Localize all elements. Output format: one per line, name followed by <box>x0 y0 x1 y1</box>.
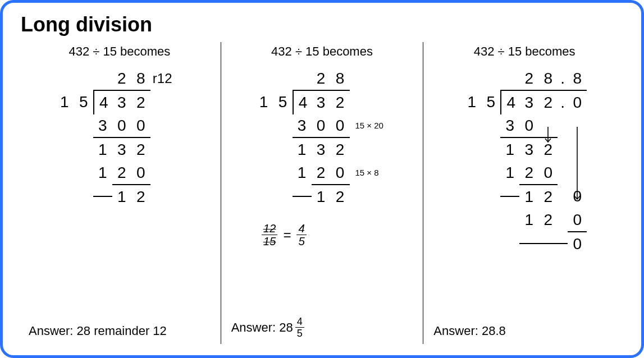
long-division-1: 2 8 r12 1 5 4 3 2 3 0 0 <box>25 67 214 208</box>
work-digit: 3 <box>93 114 112 137</box>
work-digit: 3 <box>312 137 331 162</box>
work-digit: 3 <box>519 137 538 162</box>
dividend-digit: 4 <box>500 90 520 114</box>
work-digit: 2 <box>112 161 131 185</box>
work-digit: 1 <box>500 161 519 185</box>
work-digit: 1 <box>519 208 538 232</box>
remainder-label: r12 <box>150 68 184 89</box>
side-annotation: 15 × 20 <box>350 120 391 132</box>
divisor-digit: 5 <box>273 90 293 114</box>
work-digit: 0 <box>112 114 131 137</box>
dividend-digit: 3 <box>519 90 538 114</box>
work-digit: 0 <box>519 114 538 137</box>
work-digit: 2 <box>538 208 558 232</box>
work-digit: 2 <box>331 184 350 209</box>
dividend-digit: 2 <box>331 90 350 114</box>
work-digit: 3 <box>500 114 519 137</box>
divisor-digit: 5 <box>481 90 500 114</box>
quotient-digit: 2 <box>312 67 331 90</box>
work-digit: 1 <box>312 184 331 209</box>
problem-statement: 432 ÷ 15 becomes <box>228 44 417 59</box>
work-digit: 1 <box>293 161 312 185</box>
work-digit: 2 <box>131 137 150 162</box>
quotient-digit: 8 <box>538 67 558 90</box>
columns: 432 ÷ 15 becomes 2 8 r12 1 5 4 3 2 <box>19 42 625 344</box>
quotient-digit: 8 <box>131 67 150 90</box>
equals-sign: = <box>283 227 291 243</box>
work-digit: 0 <box>331 161 350 185</box>
problem-statement: 432 ÷ 15 becomes <box>25 44 214 59</box>
work-digit: 0 <box>568 185 587 208</box>
dividend-digit: 2 <box>538 90 558 114</box>
work-digit: 2 <box>519 161 538 185</box>
column-remainder: 432 ÷ 15 becomes 2 8 r12 1 5 4 3 2 <box>19 42 221 344</box>
quotient-digit: 8 <box>568 67 587 90</box>
fraction-simplification: 12 15 = 4 5 <box>262 223 417 247</box>
work-digit: 0 <box>538 161 558 185</box>
work-digit: 3 <box>112 137 131 162</box>
work-digit: 1 <box>519 184 538 209</box>
divisor-digit: 1 <box>254 90 273 114</box>
dividend-digit: 4 <box>293 90 313 114</box>
work-digit: 2 <box>538 184 558 209</box>
column-decimal: 432 ÷ 15 becomes 2 8 . 8 1 5 4 3 2 . 0 <box>423 42 625 344</box>
fraction-after: 4 5 <box>296 223 306 247</box>
answer-text: Answer: 28 remainder 12 <box>29 324 167 338</box>
quotient-digit: 8 <box>331 67 350 90</box>
work-digit: 2 <box>131 184 150 209</box>
work-digit: 0 <box>568 231 587 256</box>
work-digit: 1 <box>500 137 519 162</box>
work-digit: 1 <box>93 161 112 185</box>
long-division-2: 2 8 1 5 4 3 2 3 0 0 15 × 20 <box>228 67 417 208</box>
page-title: Long division <box>21 13 625 36</box>
work-digit: 0 <box>568 208 587 232</box>
decimal-point: . <box>558 67 568 90</box>
work-digit: 0 <box>131 114 150 137</box>
side-annotation: 15 × 8 <box>350 167 391 180</box>
quotient-digit: 2 <box>519 67 538 90</box>
work-digit: 3 <box>293 114 312 137</box>
work-digit: 2 <box>331 137 350 162</box>
dividend-digit: 3 <box>112 90 131 114</box>
card: Long division 432 ÷ 15 becomes 2 8 r12 1… <box>0 0 644 358</box>
work-digit: 1 <box>93 137 112 162</box>
work-digit: 0 <box>331 114 350 137</box>
dividend-digit: 2 <box>131 90 150 114</box>
work-digit: 1 <box>293 137 312 162</box>
divisor-digit: 1 <box>55 90 74 114</box>
dividend-digit: 0 <box>568 90 587 114</box>
divisor-digit: 1 <box>462 90 481 114</box>
answer-fraction: 4 5 <box>295 316 304 338</box>
work-digit: 0 <box>312 114 331 137</box>
dividend-digit: 3 <box>312 90 331 114</box>
work-digit: 0 <box>131 161 150 185</box>
column-fraction: 432 ÷ 15 becomes 2 8 1 5 4 3 2 <box>221 42 423 344</box>
answer-text: Answer: 28.8 <box>433 324 505 338</box>
work-digit: 2 <box>312 161 331 185</box>
problem-statement: 432 ÷ 15 becomes <box>430 44 619 59</box>
work-digit: 2 <box>538 137 558 162</box>
fraction-before: 12 15 <box>262 223 278 247</box>
quotient-digit: 2 <box>112 67 131 90</box>
decimal-point: . <box>558 90 568 114</box>
long-division-3: 2 8 . 8 1 5 4 3 2 . 0 3 0 <box>430 67 619 255</box>
divisor-digit: 5 <box>74 90 93 114</box>
dividend-digit: 4 <box>93 90 113 114</box>
answer-text: Answer: 28 4 5 <box>231 316 304 338</box>
work-digit: 1 <box>112 184 131 209</box>
